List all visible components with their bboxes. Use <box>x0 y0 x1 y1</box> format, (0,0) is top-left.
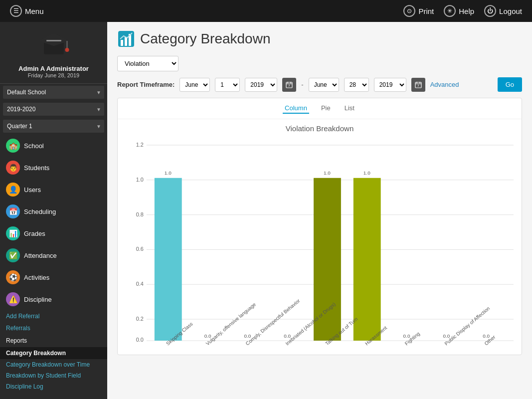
svg-text:1.0: 1.0 <box>136 177 144 183</box>
timeframe-label: Report Timeframe: <box>117 81 175 88</box>
svg-rect-3 <box>66 41 68 49</box>
sidebar-profile: Admin A Administrator Friday June 28, 20… <box>0 22 107 84</box>
end-day-select[interactable]: 28 <box>344 78 369 92</box>
bar-harassment <box>354 178 381 341</box>
breakdown-by-student-field-link[interactable]: Breakdown by Student Field <box>0 370 107 381</box>
advanced-link[interactable]: Advanced <box>430 81 459 88</box>
sidebar-item-grades[interactable]: 📊 Grades <box>0 222 107 244</box>
scheduling-icon: 📅 <box>6 204 20 218</box>
sidebar-item-label-grades: Grades <box>24 230 45 237</box>
svg-text:0.0: 0.0 <box>136 337 144 343</box>
go-button[interactable]: Go <box>498 77 522 92</box>
school-select-wrap[interactable]: Default School ▼ <box>3 86 104 99</box>
students-icon: 👨 <box>6 161 20 175</box>
calendar-end-icon: 7 <box>415 81 422 88</box>
calendar-start-icon: 7 <box>286 81 293 88</box>
sidebar-item-students[interactable]: 👨 Students <box>0 157 107 179</box>
date-separator: - <box>301 81 303 88</box>
sidebar-item-activities[interactable]: ⚽ Activities <box>0 266 107 288</box>
discipline-icon: ⚠️ <box>6 292 20 306</box>
svg-rect-7 <box>121 40 123 46</box>
logout-button[interactable]: ⏻ Logout <box>484 5 522 17</box>
sidebar: Admin A Administrator Friday June 28, 20… <box>0 22 107 399</box>
svg-text:0.2: 0.2 <box>136 316 144 322</box>
svg-text:7: 7 <box>417 84 419 87</box>
svg-point-4 <box>65 48 69 52</box>
year-select[interactable]: 2019-2020 <box>3 103 104 116</box>
category-breakdown-over-time-link[interactable]: Category Breakdown over Time <box>0 359 107 370</box>
start-calendar-button[interactable]: 7 <box>282 78 296 92</box>
start-month-select[interactable]: June <box>179 78 210 92</box>
discipline-log-link[interactable]: Discipline Log <box>0 381 107 392</box>
start-day-select[interactable]: 1 <box>215 78 240 92</box>
category-breakdown-active[interactable]: Category Breakdown <box>0 347 107 359</box>
chart-tabs: Column Pie List <box>118 98 522 119</box>
end-calendar-button[interactable]: 7 <box>411 78 425 92</box>
svg-text:1.0: 1.0 <box>165 170 172 176</box>
sidebar-item-label-students: Students <box>24 164 49 172</box>
start-year-select[interactable]: 2019 <box>245 78 277 92</box>
svg-text:0.6: 0.6 <box>136 246 144 252</box>
help-icon: ✳ <box>444 5 456 17</box>
quarter-select-wrap[interactable]: Quarter 1 ▼ <box>3 120 104 133</box>
svg-text:1.2: 1.2 <box>136 142 144 148</box>
tab-pie[interactable]: Pie <box>319 103 333 114</box>
print-button[interactable]: ⊙ Print <box>403 5 434 17</box>
bar-skipping-class <box>155 178 182 341</box>
tab-list[interactable]: List <box>343 103 356 114</box>
add-referral-link[interactable]: Add Referral <box>0 310 107 322</box>
sidebar-item-label-school: School <box>24 142 44 150</box>
svg-rect-5 <box>46 40 61 41</box>
svg-text:0.4: 0.4 <box>136 281 144 287</box>
help-button[interactable]: ✳ Help <box>444 5 474 17</box>
school-select[interactable]: Default School <box>3 86 104 99</box>
page-header-icon <box>117 30 135 48</box>
sidebar-item-school[interactable]: 🏫 School <box>0 135 107 157</box>
sidebar-item-attendance[interactable]: ✅ Attendance <box>0 244 107 266</box>
sidebar-item-scheduling[interactable]: 📅 Scheduling <box>0 200 107 222</box>
sidebar-item-label-scheduling: Scheduling <box>24 208 56 215</box>
svg-text:1.0: 1.0 <box>324 170 331 176</box>
user-name: Admin A Administrator <box>5 65 102 72</box>
page-header: Category Breakdown <box>117 30 522 48</box>
violation-select[interactable]: Violation Consequence <box>117 56 178 71</box>
end-year-select[interactable]: 2019 <box>374 78 406 92</box>
sidebar-item-label-users: Users <box>24 186 41 194</box>
users-icon: 👤 <box>6 183 20 197</box>
attendance-icon: ✅ <box>6 248 20 262</box>
school-icon: 🏫 <box>6 139 20 153</box>
sidebar-item-label-activities: Activities <box>24 274 49 281</box>
svg-text:7: 7 <box>289 84 290 87</box>
page-title: Category Breakdown <box>140 31 270 47</box>
main-content: Category Breakdown Violation Consequence… <box>107 22 532 399</box>
chart-area: Violation Breakdown 1.2 1.0 0.8 0.6 0.4 … <box>118 119 522 355</box>
logout-icon: ⏻ <box>484 5 496 17</box>
grades-icon: 📊 <box>6 226 20 240</box>
sidebar-item-discipline[interactable]: ⚠️ Discipline <box>0 288 107 310</box>
filter-row: Violation Consequence <box>117 56 522 71</box>
top-nav: ☰ Menu ⊙ Print ✳ Help ⏻ Logout <box>0 0 532 22</box>
end-month-select[interactable]: June <box>309 78 339 92</box>
svg-text:1.0: 1.0 <box>363 170 370 176</box>
quarter-select[interactable]: Quarter 1 <box>3 120 104 133</box>
menu-button[interactable]: ☰ Menu <box>10 5 44 17</box>
avatar <box>36 27 71 62</box>
tab-column[interactable]: Column <box>283 103 309 114</box>
svg-marker-2 <box>39 33 69 46</box>
svg-text:0.8: 0.8 <box>136 211 144 217</box>
user-date: Friday June 28, 2019 <box>5 72 102 78</box>
activities-icon: ⚽ <box>6 270 20 284</box>
bar-chart: 1.2 1.0 0.8 0.6 0.4 0.2 0.0 <box>126 138 514 347</box>
chart-card: Column Pie List Violation Breakdown 1.2 … <box>117 98 522 355</box>
print-icon: ⊙ <box>403 5 415 17</box>
referrals-link[interactable]: Referrals <box>0 322 107 334</box>
menu-icon: ☰ <box>10 5 22 17</box>
sidebar-item-label-discipline: Discipline <box>24 296 52 303</box>
sidebar-item-label-attendance: Attendance <box>24 252 57 259</box>
year-select-wrap[interactable]: 2019-2020 ▼ <box>3 103 104 116</box>
reports-label: Reports <box>0 334 107 347</box>
chart-title: Violation Breakdown <box>126 124 514 133</box>
timeframe-row: Report Timeframe: June 1 2019 7 - <box>117 77 522 92</box>
sidebar-item-users[interactable]: 👤 Users <box>0 179 107 200</box>
xlabel-public-display: Public Display of Affection <box>444 305 491 346</box>
